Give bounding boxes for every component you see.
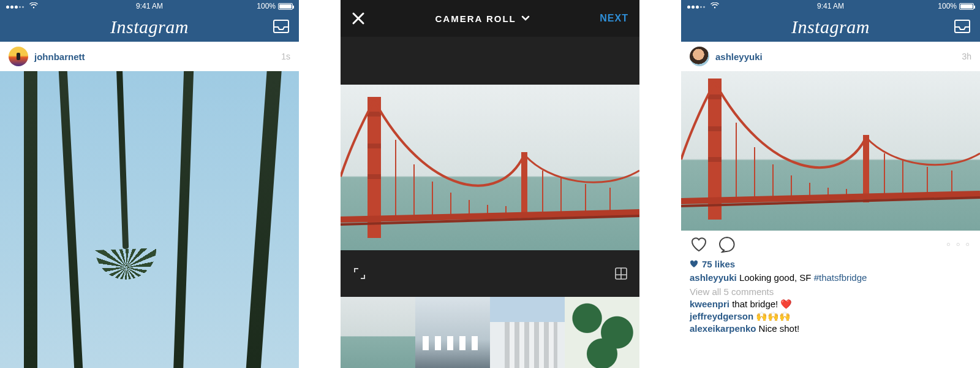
- post-timestamp: 3h: [962, 52, 971, 61]
- view-all-comments[interactable]: View all 5 comments: [681, 285, 980, 298]
- cellular-signal-icon: [6, 6, 24, 9]
- comment: kweenpri that bridge! ❤️: [681, 298, 980, 310]
- post-actions: ○ ○ ○: [681, 231, 980, 258]
- comment-user[interactable]: kweenpri: [690, 299, 729, 309]
- letterbox-top: [341, 37, 639, 85]
- heart-filled-icon: [690, 260, 698, 268]
- battery-icon: [959, 3, 974, 10]
- status-right: 100%: [257, 2, 293, 10]
- status-time: 9:41 AM: [681, 2, 980, 10]
- more-icon[interactable]: ○ ○ ○: [946, 240, 971, 248]
- thumbnail[interactable]: [490, 297, 565, 368]
- battery-percent: 100%: [257, 2, 276, 10]
- post-photo[interactable]: [0, 71, 299, 368]
- comment-text: 🙌🙌🙌: [756, 311, 791, 321]
- status-bar: 9:41 AM 100%: [681, 0, 980, 12]
- comment-text: Nice shot!: [759, 323, 800, 334]
- post-timestamp: 1s: [281, 52, 290, 61]
- wifi-icon: [29, 2, 38, 9]
- post-caption: ashleyyuki Looking good, SF #thatsfbridg…: [681, 270, 980, 285]
- status-bar: 9:41 AM 100%: [0, 0, 299, 12]
- feed-screen-landscape: 9:41 AM 100% Instagram ashleyyuki 3h: [681, 0, 980, 368]
- post-photo[interactable]: [681, 71, 980, 231]
- post-username[interactable]: ashleyyuki: [715, 52, 763, 62]
- comment-text: that bridge! ❤️: [732, 299, 792, 309]
- status-right: 100%: [938, 2, 974, 10]
- comment-user[interactable]: jeffreydgerson: [690, 311, 753, 321]
- inbox-icon[interactable]: [954, 20, 970, 33]
- next-button[interactable]: NEXT: [600, 13, 628, 24]
- layout-grid-icon[interactable]: [615, 267, 627, 280]
- camera-roll-thumbnails: [341, 297, 639, 368]
- post-header: ashleyyuki 3h: [681, 42, 980, 71]
- comment: jeffreydgerson 🙌🙌🙌: [681, 310, 980, 323]
- feed-screen-portrait: 9:41 AM 100% Instagram johnbarnett 1s: [0, 0, 299, 368]
- photo-picker-screen: CAMERA ROLL NEXT: [341, 0, 639, 368]
- crop-preview[interactable]: [341, 85, 639, 250]
- comment-icon[interactable]: [718, 236, 736, 253]
- bridge-photo-illustration: [681, 71, 980, 231]
- comment: alexeikarpenko Nice shot!: [681, 323, 980, 334]
- avatar[interactable]: [690, 47, 709, 66]
- caption-user[interactable]: ashleyyuki: [690, 272, 737, 283]
- post-username[interactable]: johnbarnett: [34, 52, 85, 62]
- thumbnail[interactable]: [415, 297, 490, 368]
- crop-toolbar: [341, 250, 639, 297]
- instagram-logo: Instagram: [791, 17, 870, 37]
- like-icon[interactable]: [690, 236, 708, 253]
- status-left: [6, 2, 38, 10]
- battery-percent: 100%: [938, 2, 957, 10]
- avatar[interactable]: [9, 47, 28, 66]
- nav-bar: Instagram: [0, 12, 299, 42]
- cellular-signal-icon: [687, 6, 705, 9]
- chevron-down-icon: [521, 15, 530, 21]
- picker-nav: CAMERA ROLL NEXT: [341, 0, 639, 37]
- thumbnail[interactable]: [565, 297, 639, 368]
- comment-user[interactable]: alexeikarpenko: [690, 323, 756, 334]
- likes-text: 75 likes: [702, 259, 735, 269]
- crop-stage[interactable]: [341, 37, 639, 297]
- caption-hashtag[interactable]: #thatsfbridge: [814, 272, 867, 283]
- likes-count[interactable]: 75 likes: [681, 258, 980, 270]
- picker-title[interactable]: CAMERA ROLL: [435, 13, 530, 24]
- expand-crop-icon[interactable]: [353, 267, 366, 280]
- caption-text: Looking good, SF: [739, 272, 812, 283]
- close-icon[interactable]: [352, 12, 365, 25]
- status-time: 9:41 AM: [0, 2, 299, 10]
- status-left: [687, 2, 719, 10]
- battery-icon: [278, 3, 293, 10]
- post-header: johnbarnett 1s: [0, 42, 299, 71]
- inbox-icon[interactable]: [273, 20, 289, 33]
- bridge-photo-illustration: [341, 85, 639, 250]
- picker-title-text: CAMERA ROLL: [435, 13, 516, 24]
- wifi-icon: [710, 2, 719, 9]
- nav-bar: Instagram: [681, 12, 980, 42]
- instagram-logo: Instagram: [110, 17, 189, 37]
- thumbnail[interactable]: [341, 297, 415, 368]
